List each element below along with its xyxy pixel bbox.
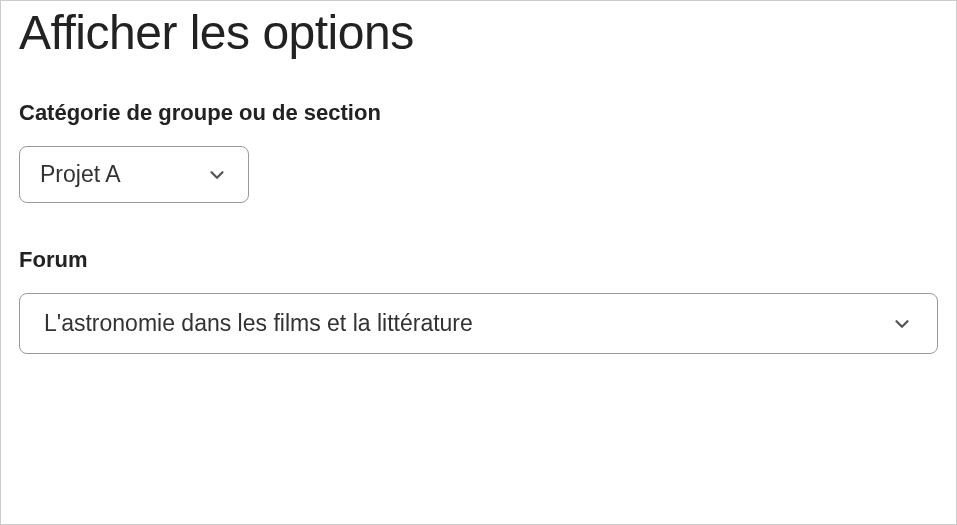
forum-field-group: Forum L'astronomie dans les films et la …	[19, 247, 938, 354]
chevron-down-icon	[891, 313, 913, 335]
forum-label: Forum	[19, 247, 938, 273]
forum-select[interactable]: L'astronomie dans les films et la littér…	[19, 293, 938, 354]
category-field-group: Catégorie de groupe ou de section Projet…	[19, 100, 938, 203]
category-select[interactable]: Projet A	[19, 146, 249, 203]
category-label: Catégorie de groupe ou de section	[19, 100, 938, 126]
chevron-down-icon	[206, 164, 228, 186]
forum-select-value: L'astronomie dans les films et la littér…	[44, 310, 871, 337]
page-title: Afficher les options	[19, 5, 938, 60]
category-select-value: Projet A	[40, 161, 186, 188]
